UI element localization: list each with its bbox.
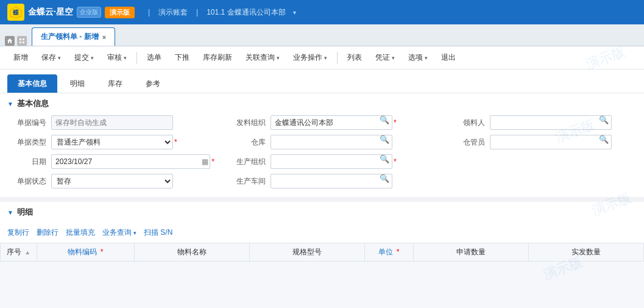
unit-link[interactable]: 单位 [378, 248, 393, 256]
keeper-input[interactable] [490, 135, 612, 149]
home-icon[interactable] [5, 36, 15, 46]
svg-rect-4 [23, 38, 24, 40]
receiver-input[interactable] [490, 115, 612, 130]
issue-org-label: 发料组织 [227, 118, 271, 128]
submit-dropdown-icon: ▾ [91, 55, 94, 61]
voucher-button[interactable]: 凭证 ▾ [369, 49, 401, 66]
bill-type-row: 单据类型 普通生产领料 * [7, 134, 214, 151]
bill-no-row: 单据编号 [7, 114, 214, 131]
header-divider-2: | [196, 8, 198, 16]
sub-tabs: 基本信息 明细 库存 参考 [0, 70, 644, 93]
review-dropdown-icon: ▾ [124, 55, 127, 61]
status-label: 单据状态 [7, 176, 51, 187]
select-button[interactable]: 选单 [141, 49, 168, 66]
issue-org-wrap: 🔍 [271, 115, 392, 130]
prod-workshop-wrap: 🔍 [271, 174, 392, 188]
tab-label: 生产领料单 - 新增 [41, 32, 99, 42]
issue-org-input[interactable] [271, 115, 392, 130]
demo-badge[interactable]: 演示版 [105, 7, 135, 18]
related-query-dropdown-icon: ▾ [277, 55, 280, 61]
options-button[interactable]: 选项 ▾ [402, 49, 434, 66]
col-unit[interactable]: 单位 * [365, 243, 414, 262]
delete-row-btn[interactable]: 删除行 [37, 227, 58, 238]
date-input-wrap: ▦ [51, 154, 210, 169]
sub-tab-detail[interactable]: 明细 [60, 74, 95, 93]
svg-rect-6 [23, 41, 24, 43]
list-button[interactable]: 列表 [341, 49, 368, 66]
bill-type-select[interactable]: 普通生产领料 [51, 135, 173, 149]
detail-title: 明细 [17, 207, 33, 218]
tab-production-requisition[interactable]: 生产领料单 - 新增 × [32, 27, 115, 46]
copy-row-btn[interactable]: 复制行 [7, 227, 29, 238]
issue-org-search-btn[interactable]: 🔍 [378, 115, 391, 124]
exit-button[interactable]: 退出 [435, 49, 462, 66]
grid-icon[interactable] [17, 36, 27, 46]
company-label: 101.1 金蝶通讯公司本部 [207, 7, 285, 18]
keeper-wrap: 🔍 [490, 135, 612, 149]
prod-org-input[interactable] [271, 154, 392, 169]
review-button[interactable]: 审核 ▾ [101, 49, 133, 66]
svg-rect-5 [19, 41, 21, 43]
receiver-search-btn[interactable]: 🔍 [597, 115, 610, 124]
prod-org-wrap: 🔍 [271, 154, 392, 169]
col-material-code[interactable]: 物料编码 * [37, 243, 135, 262]
issue-org-required: * [394, 118, 397, 127]
prod-org-search-btn[interactable]: 🔍 [378, 154, 391, 163]
biz-query-dropdown-icon: ▾ [133, 230, 136, 236]
logo-text: 金蝶云·星空 [28, 7, 73, 18]
save-dropdown-icon: ▾ [58, 55, 61, 61]
batch-fill-btn[interactable]: 批量填充 [66, 227, 95, 238]
tab-bar: 生产领料单 - 新增 × [0, 24, 644, 46]
biz-query-btn[interactable]: 业务查询 ▾ [102, 227, 136, 238]
toolbar: 新增 保存 ▾ 提交 ▾ 审核 ▾ 选单 下推 库存刷新 关联查询 ▾ 业务操作… [0, 46, 644, 70]
status-select[interactable]: 暂存 [51, 174, 173, 188]
options-dropdown-icon: ▾ [425, 55, 428, 61]
warehouse-search-btn[interactable]: 🔍 [378, 135, 391, 144]
col-material-name: 物料名称 [135, 243, 250, 262]
new-button[interactable]: 新增 [7, 49, 34, 66]
col-actual-qty: 实发数量 [529, 243, 644, 262]
operations-dropdown-icon: ▾ [324, 55, 327, 61]
save-button[interactable]: 保存 ▾ [35, 49, 67, 66]
sub-tab-basic-info[interactable]: 基本信息 [7, 74, 57, 93]
toolbar-sep-2 [337, 52, 338, 64]
warehouse-label: 仓库 [227, 137, 271, 148]
logo-icon: 蝶 [7, 4, 24, 21]
push-down-button[interactable]: 下推 [169, 49, 196, 66]
prod-workshop-label: 生产车间 [227, 176, 271, 187]
warehouse-input[interactable] [271, 135, 392, 149]
bill-type-label: 单据类型 [7, 137, 51, 148]
material-code-required: * [101, 248, 104, 256]
sub-tab-inventory[interactable]: 库存 [97, 74, 133, 93]
form-col-3: 领料人 🔍 仓管员 🔍 [446, 114, 644, 192]
tab-close-btn[interactable]: × [102, 34, 106, 41]
prod-workshop-search-btn[interactable]: 🔍 [378, 174, 391, 183]
col-seq[interactable]: 序号 ▲ [1, 243, 37, 262]
company-dropdown-icon[interactable]: ▾ [293, 9, 296, 16]
demo-set-label: 演示账套 [158, 7, 188, 18]
scan-btn[interactable]: 扫描 S/N [144, 227, 172, 238]
date-input[interactable] [51, 154, 210, 169]
calendar-icon[interactable]: ▦ [202, 157, 208, 166]
status-row: 单据状态 暂存 [7, 173, 214, 190]
keeper-search-btn[interactable]: 🔍 [597, 135, 610, 144]
detail-table: 序号 ▲ 物料编码 * 物料名称 规格型号 单位 * [0, 243, 644, 262]
receiver-wrap: 🔍 [490, 115, 612, 130]
refresh-button[interactable]: 库存刷新 [197, 49, 238, 66]
basic-info-section: ▼ 基本信息 单据编号 单据类型 普通生产领料 [0, 93, 644, 197]
toolbar-sep-1 [136, 52, 137, 64]
section-collapse-icon[interactable]: ▼ [7, 101, 13, 107]
detail-collapse-icon[interactable]: ▼ [7, 209, 13, 216]
prod-workshop-row: 生产车间 🔍 [227, 173, 434, 190]
prod-workshop-input[interactable] [271, 174, 392, 188]
submit-button[interactable]: 提交 ▾ [68, 49, 100, 66]
operations-button[interactable]: 业务操作 ▾ [287, 49, 333, 66]
detail-toolbar: 复制行 删除行 批量填充 业务查询 ▾ 扫描 S/N [0, 223, 644, 243]
bill-no-input[interactable] [51, 115, 173, 130]
related-query-button[interactable]: 关联查询 ▾ [239, 49, 286, 66]
sub-tab-reference[interactable]: 参考 [135, 74, 171, 93]
bill-no-label: 单据编号 [7, 118, 51, 128]
form-col-2: 发料组织 🔍 * 仓库 🔍 生产组织 [227, 114, 434, 192]
logo-area: 蝶 金蝶云·星空 企业版 演示版 [7, 4, 135, 21]
material-code-link[interactable]: 物料编码 [68, 248, 97, 256]
